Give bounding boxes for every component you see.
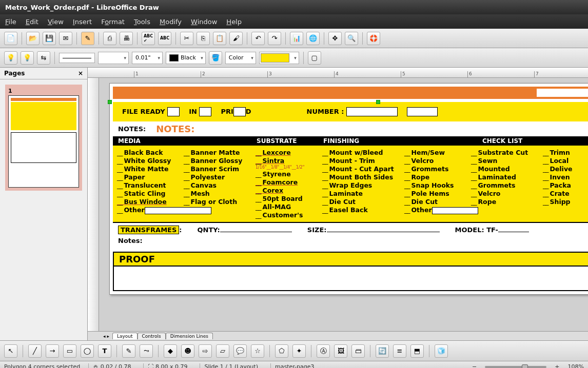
zoom-out-icon[interactable]: − (472, 363, 477, 368)
fill-color-combo[interactable] (259, 52, 299, 64)
main-toolbar: 📄 📂 💾 ✉ ✎ ⎙ 🖶 ABC✔ ABC ✂ ⎘ 📋 🖌 ↶ ↷ 📊 🌐 ✥… (0, 29, 588, 48)
callout-tool[interactable]: 💬 (233, 344, 247, 358)
chart-button[interactable]: 📊 (290, 32, 303, 45)
extrusion-tool[interactable]: 🧊 (435, 344, 448, 358)
zoom-slider[interactable] (485, 366, 546, 368)
line-tool[interactable]: ╱ (28, 344, 42, 358)
paint-button[interactable]: 🖌 (229, 32, 243, 45)
pdf-button[interactable]: ⎙ (103, 32, 116, 45)
flowchart-tool[interactable]: ▱ (216, 344, 229, 358)
menubar: File Edit View Insert Format Tools Modif… (0, 14, 588, 29)
menu-file[interactable]: File (5, 18, 16, 26)
hyperlink-button[interactable]: 🌐 (306, 32, 320, 45)
navigator-button[interactable]: ✥ (328, 32, 342, 45)
help-button[interactable]: 🛟 (367, 32, 380, 45)
status-master: master-page3 (270, 363, 319, 368)
align-tool[interactable]: ≡ (393, 344, 406, 358)
pages-panel-title: Pages (4, 70, 25, 77)
menu-format[interactable]: Format (101, 18, 125, 26)
col-finishing-header: FINISHING (318, 136, 477, 146)
bucket-icon[interactable]: 🪣 (209, 51, 222, 65)
email-button[interactable]: ✉ (59, 32, 72, 45)
proof-heading: PROOF (113, 252, 588, 267)
select-tool[interactable]: ↖ (4, 344, 17, 358)
copy-button[interactable]: ⎘ (197, 32, 210, 45)
menu-help[interactable]: Help (226, 18, 242, 26)
col-checklist-header: CHECK LIST (477, 136, 588, 146)
connector-tool[interactable]: ⤳ (140, 344, 153, 358)
menu-window[interactable]: Window (191, 18, 217, 26)
document-canvas[interactable]: FILE READY IN PRID NUMBER : NOTES: NOTES… (99, 78, 588, 331)
workspace: Pages × 1 1 2 3 4 5 6 7 (0, 68, 588, 340)
arrows-icon[interactable]: ⇆ (37, 51, 50, 65)
bulb1-icon[interactable]: 💡 (4, 51, 17, 65)
shadow-icon[interactable]: ▢ (308, 51, 321, 65)
paste-button[interactable]: 📋 (213, 32, 226, 45)
rotate-tool[interactable]: 🔄 (376, 344, 389, 358)
fill-type-combo[interactable]: Color (225, 52, 256, 64)
col-substrate-header: SUBSTRATE (251, 136, 318, 146)
tab-controls[interactable]: Controls (138, 333, 166, 339)
menu-insert[interactable]: Insert (73, 18, 92, 26)
col-media-header: MEDIA (113, 136, 251, 146)
new-button[interactable]: 📄 (4, 32, 17, 45)
status-selection: Polygon 4 corners selected (4, 363, 80, 368)
glue-tool[interactable]: ✦ (292, 344, 306, 358)
ellipse-tool[interactable]: ◯ (81, 344, 94, 358)
text-tool[interactable]: T (98, 344, 111, 358)
rect-tool[interactable]: ▭ (63, 344, 76, 358)
basic-shapes-tool[interactable]: ◆ (164, 344, 177, 358)
block-arrows-tool[interactable]: ⇨ (199, 344, 212, 358)
canvas-area: 1 2 3 4 5 6 7 FILE READY (88, 68, 588, 340)
formatting-toolbar: 💡 💡 ⇆ 0.01" Black 🪣 Color ▢ (0, 48, 588, 68)
gallery-tool[interactable]: 🗃 (351, 344, 365, 358)
menu-tools[interactable]: Tools (134, 18, 150, 26)
layer-tabs: ◂ ▸ Layout Controls Dimension Lines (88, 331, 588, 340)
line-style-combo[interactable] (59, 53, 95, 63)
pages-panel: Pages × 1 (0, 68, 88, 340)
open-button[interactable]: 📂 (26, 32, 40, 45)
undo-button[interactable]: ↶ (251, 32, 265, 45)
edit-button[interactable]: ✎ (81, 32, 94, 45)
drawing-toolbar: ↖ ╱ → ▭ ◯ T ✎ ⤳ ◆ ☻ ⇨ ▱ 💬 ☆ ⬠ ✦ Ⓐ 🖼 🗃 🔄 … (0, 340, 588, 361)
print-button[interactable]: 🖶 (120, 32, 133, 45)
cut-button[interactable]: ✂ (180, 32, 193, 45)
window-title: Metro_Work_Order.pdf - LibreOffice Draw (5, 4, 159, 11)
line-width-input[interactable]: 0.01" (132, 52, 163, 64)
fontwork-tool[interactable]: Ⓐ (317, 344, 330, 358)
status-slide: Slide 1 / 1 (Layout) (200, 363, 262, 368)
ruler-horizontal: 1 2 3 4 5 6 7 (88, 68, 588, 78)
curve-tool[interactable]: ✎ (122, 344, 135, 358)
from-file-tool[interactable]: 🖼 (334, 344, 347, 358)
arrange-tool[interactable]: ⬒ (410, 344, 424, 358)
arrow-tool[interactable]: → (46, 344, 59, 358)
points-tool[interactable]: ⬠ (275, 344, 288, 358)
save-button[interactable]: 💾 (43, 32, 56, 45)
tab-dimension[interactable]: Dimension Lines (166, 333, 213, 339)
line-color-combo[interactable]: Black (166, 52, 206, 64)
pages-panel-close[interactable]: × (78, 70, 83, 77)
notes-label: NOTES: (118, 125, 146, 133)
menu-edit[interactable]: Edit (26, 18, 38, 26)
spellcheck-button[interactable]: ABC✔ (142, 32, 155, 45)
zoom-in-icon[interactable]: + (555, 363, 559, 368)
zoom-value[interactable]: 108% (568, 363, 584, 368)
autospell-button[interactable]: ABC (158, 32, 171, 45)
redo-button[interactable]: ↷ (268, 32, 281, 45)
titlebar: Metro_Work_Order.pdf - LibreOffice Draw (0, 0, 588, 14)
symbol-shapes-tool[interactable]: ☻ (181, 344, 194, 358)
page-thumbnail[interactable]: 1 (5, 85, 82, 191)
document-page: FILE READY IN PRID NUMBER : NOTES: NOTES… (109, 83, 588, 295)
tab-layout[interactable]: Layout (112, 333, 138, 339)
notes-heading: NOTES: (156, 124, 194, 134)
zoom-button[interactable]: 🔍 (345, 32, 358, 45)
statusbar: Polygon 4 corners selected ⦺ 0.02 / 0.78… (0, 361, 588, 368)
menu-view[interactable]: View (48, 18, 64, 26)
menu-modify[interactable]: Modify (160, 18, 182, 26)
bulb2-icon[interactable]: 💡 (21, 51, 34, 65)
page-number: 1 (8, 88, 79, 94)
ruler-vertical (88, 78, 99, 331)
stars-tool[interactable]: ☆ (251, 344, 264, 358)
line-style-drop[interactable] (98, 52, 129, 64)
